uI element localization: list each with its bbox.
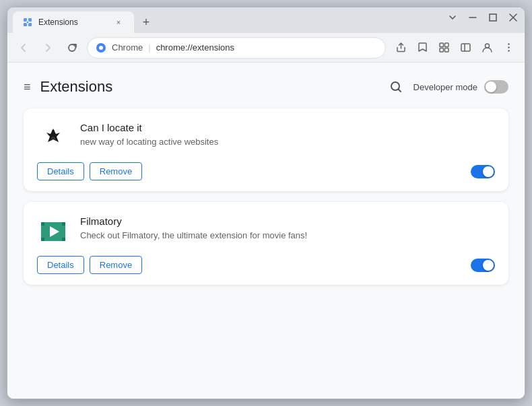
svg-rect-29 (41, 238, 44, 241)
extension-name: Can I locate it (80, 122, 495, 133)
svg-rect-13 (444, 43, 448, 47)
svg-point-18 (485, 44, 489, 48)
details-button[interactable]: Details (37, 162, 84, 180)
extension-toggle[interactable] (471, 259, 495, 272)
extension-icon (37, 215, 69, 248)
extensions-header: ≡ Extensions Developer mode (7, 63, 525, 108)
remove-button[interactable]: Remove (90, 256, 142, 274)
page-title: Extensions (40, 78, 113, 96)
extensions-button[interactable] (434, 38, 453, 57)
details-button[interactable]: Details (37, 256, 84, 274)
developer-mode-label: Developer mode (413, 82, 477, 92)
header-right: Developer mode (385, 76, 508, 98)
extension-name: Filmatory (80, 215, 495, 227)
svg-rect-12 (440, 43, 444, 47)
hamburger-menu-button[interactable]: ≡ (24, 80, 31, 94)
search-button[interactable] (385, 76, 407, 98)
svg-point-24 (52, 130, 55, 133)
address-separator: | (148, 42, 150, 53)
sidebar-button[interactable] (456, 38, 475, 57)
extension-toggle[interactable] (471, 165, 495, 178)
svg-rect-14 (440, 48, 444, 53)
page-content: ≡ Extensions Developer mode (7, 63, 525, 399)
tab-favicon (22, 17, 33, 28)
browser-window: Extensions × + Chrome | chrome://extensi… (7, 7, 525, 399)
close-button[interactable] (508, 13, 518, 22)
chevron-down-icon[interactable] (448, 13, 457, 22)
card-top: Can I locate it new way of locating acti… (37, 122, 495, 154)
toolbar: Chrome | chrome://extensions (7, 33, 525, 63)
forward-button[interactable] (38, 38, 57, 57)
header-left: ≡ Extensions (24, 78, 112, 96)
extensions-list: Can I locate it new way of locating acti… (7, 108, 525, 301)
profile-button[interactable] (477, 38, 496, 57)
extension-description: new way of locating active websites (80, 136, 495, 148)
address-bar[interactable]: Chrome | chrome://extensions (87, 37, 386, 59)
tab-strip: Extensions × + (13, 11, 519, 33)
title-bar: Extensions × + (7, 7, 525, 33)
back-button[interactable] (14, 38, 33, 57)
more-button[interactable] (499, 38, 518, 57)
svg-point-9 (27, 22, 29, 24)
address-favicon (96, 42, 106, 53)
extension-card: Filmatory Check out Filmatory, the ultim… (24, 202, 508, 285)
tab-title: Extensions (38, 18, 107, 27)
toolbar-actions (391, 38, 518, 57)
toggle-knob (483, 260, 494, 271)
remove-button[interactable]: Remove (90, 162, 142, 180)
card-toggle-wrapper (471, 259, 495, 272)
minimize-button[interactable] (468, 13, 477, 22)
extension-info: Filmatory Check out Filmatory, the ultim… (80, 215, 495, 242)
extension-card: Can I locate it new way of locating acti… (24, 108, 508, 191)
toggle-knob (486, 81, 496, 92)
address-url: chrome://extensions (156, 42, 377, 53)
svg-point-19 (508, 43, 510, 45)
extension-icon (37, 122, 69, 154)
svg-point-11 (99, 46, 103, 50)
active-tab[interactable]: Extensions × (13, 11, 134, 33)
extension-description: Check out Filmatory, the ultimate extens… (80, 230, 495, 242)
card-bottom: Details Remove (37, 162, 495, 180)
card-bottom: Details Remove (37, 256, 495, 274)
maximize-button[interactable] (488, 13, 498, 22)
card-toggle-wrapper (471, 165, 495, 178)
window-controls (448, 13, 518, 22)
address-brand: Chrome (112, 42, 143, 53)
toggle-knob (483, 166, 494, 177)
svg-point-21 (508, 50, 510, 52)
extension-info: Can I locate it new way of locating acti… (80, 122, 495, 148)
bookmark-button[interactable] (413, 38, 432, 57)
card-top: Filmatory Check out Filmatory, the ultim… (37, 215, 495, 248)
svg-point-20 (508, 46, 510, 48)
new-tab-button[interactable]: + (137, 13, 156, 32)
developer-mode-toggle[interactable] (484, 80, 508, 94)
svg-rect-16 (461, 44, 470, 51)
svg-rect-27 (41, 222, 44, 226)
svg-rect-15 (444, 48, 448, 53)
svg-rect-1 (490, 14, 496, 21)
svg-rect-28 (62, 222, 65, 226)
svg-line-23 (398, 90, 401, 92)
share-button[interactable] (391, 38, 410, 57)
tab-close-button[interactable]: × (112, 16, 125, 28)
refresh-button[interactable] (63, 38, 81, 57)
svg-rect-30 (62, 238, 65, 241)
